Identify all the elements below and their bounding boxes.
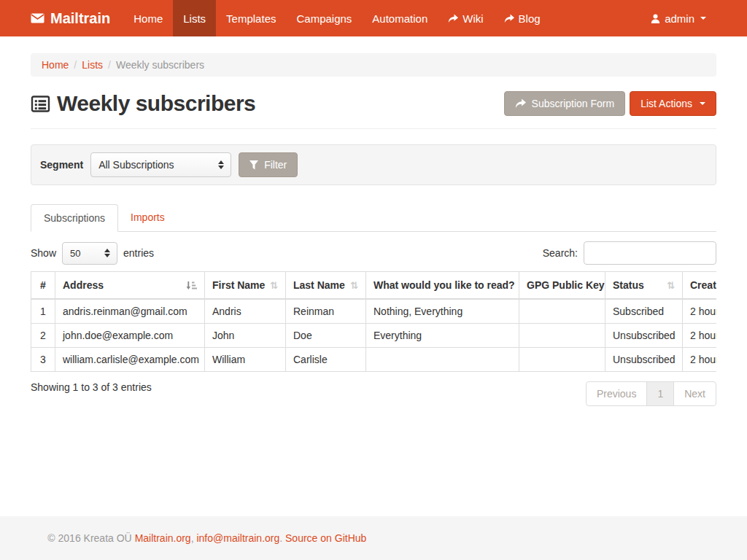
nav-item-home[interactable]: Home: [123, 0, 173, 36]
cell-address: william.carlisle@example.com: [55, 348, 205, 372]
cell-first-name: Andris: [205, 299, 286, 324]
col-header-first-name[interactable]: First Name ⇅: [205, 272, 286, 300]
filter-button[interactable]: Filter: [239, 152, 298, 177]
cell-gpg: [519, 299, 605, 324]
pagination-next[interactable]: Next: [673, 381, 716, 406]
page-title: Weekly subscribers: [31, 91, 255, 116]
cell-last-name: Carlisle: [286, 348, 366, 372]
breadcrumb-home[interactable]: Home: [42, 59, 69, 71]
cell-gpg: [519, 348, 605, 372]
segment-select[interactable]: All Subscriptions: [90, 152, 231, 177]
envelope-icon: [31, 13, 44, 23]
copyright-text: © 2016 Kreata OÜ: [47, 532, 134, 544]
cell-status: Unsubscribed: [605, 324, 683, 348]
nav-item-automation[interactable]: Automation: [362, 0, 438, 36]
breadcrumb-lists[interactable]: Lists: [82, 59, 103, 71]
sort-both-icon: ⇅: [270, 280, 278, 291]
cell-read-pref: [366, 348, 519, 372]
cell-status: Unsubscribed: [605, 348, 683, 372]
caret-down-icon: [700, 102, 705, 105]
brand-mailtrain[interactable]: Mailtrain: [31, 0, 123, 36]
subscribers-table: # Address: [31, 271, 716, 372]
nav-item-templates[interactable]: Templates: [216, 0, 286, 36]
cell-address: andris.reinman@gmail.com: [55, 299, 205, 324]
brand-label: Mailtrain: [50, 10, 110, 27]
share-icon: [504, 14, 514, 23]
col-header-index: #: [31, 272, 55, 300]
cell-status: Subscribed: [605, 299, 683, 324]
list-actions-button[interactable]: List Actions: [630, 91, 716, 116]
footer-link-source[interactable]: Source on GitHub: [285, 532, 366, 544]
subscription-form-button[interactable]: Subscription Form: [504, 91, 626, 116]
footer-link-site[interactable]: Mailtrain.org: [135, 532, 191, 544]
caret-down-icon: [700, 17, 706, 20]
footer-link-email[interactable]: info@mailtrain.org: [196, 532, 279, 544]
pagination-previous[interactable]: Previous: [586, 381, 647, 406]
cell-address: john.doe@example.com: [55, 324, 205, 348]
list-tabs: Subscriptions Imports: [31, 204, 716, 232]
table-row[interactable]: 3 william.carlisle@example.com William C…: [31, 348, 717, 372]
entries-label: entries: [123, 247, 154, 259]
header-divider: [31, 128, 716, 129]
col-header-address[interactable]: Address: [55, 272, 205, 300]
user-label: admin: [665, 12, 694, 25]
show-label: Show: [31, 247, 56, 259]
sort-both-icon: ⇅: [350, 280, 358, 291]
table-header-row: # Address: [31, 272, 717, 300]
col-header-created[interactable]: Created: [683, 272, 717, 300]
select-arrows-icon: [218, 160, 224, 169]
nav-item-lists[interactable]: Lists: [173, 0, 216, 36]
breadcrumb: Home / Lists / Weekly subscribers: [31, 53, 716, 77]
cell-last-name: Reinman: [286, 299, 366, 324]
share-icon: [515, 98, 526, 109]
cell-gpg: [519, 324, 605, 348]
sort-both-icon: ⇅: [667, 280, 675, 291]
funnel-icon: [249, 160, 258, 170]
col-header-status[interactable]: Status ⇅: [605, 272, 683, 300]
breadcrumb-current: Weekly subscribers: [116, 59, 204, 71]
col-header-last-name[interactable]: Last Name ⇅: [286, 272, 366, 300]
entries-summary: Showing 1 to 3 of 3 entries: [31, 381, 152, 393]
sort-asc-icon: [186, 281, 197, 290]
search-input[interactable]: [584, 241, 716, 265]
list-alt-icon: [31, 94, 50, 114]
col-header-custom-field[interactable]: What would you like to read?: [366, 272, 519, 300]
cell-read-pref: Nothing, Everything: [366, 299, 519, 324]
pagination-page-1[interactable]: 1: [646, 381, 674, 406]
segment-panel: Segment All Subscriptions Filter: [31, 144, 716, 185]
search-label: Search:: [543, 247, 578, 259]
cell-read-pref: Everything: [366, 324, 519, 348]
nav-item-campaigns[interactable]: Campaigns: [286, 0, 362, 36]
cell-last-name: Doe: [286, 324, 366, 348]
col-header-gpg-key[interactable]: GPG Public Key: [519, 272, 605, 300]
cell-created: 2 hours ago: [683, 299, 717, 324]
cell-created: 2 hours ago: [683, 348, 717, 372]
nav-item-wiki[interactable]: Wiki: [438, 0, 493, 36]
segment-label: Segment: [40, 159, 83, 171]
user-icon: [651, 14, 660, 23]
page-footer: © 2016 Kreata OÜ Mailtrain.org, info@mai…: [0, 516, 747, 560]
table-row[interactable]: 2 john.doe@example.com John Doe Everythi…: [31, 324, 717, 348]
cell-first-name: William: [205, 348, 286, 372]
select-arrows-icon: [104, 249, 110, 257]
cell-created: 2 hours ago: [683, 324, 717, 348]
page-length-select[interactable]: 50: [62, 242, 117, 265]
user-menu[interactable]: admin: [640, 0, 716, 36]
tab-imports[interactable]: Imports: [118, 204, 177, 232]
cell-first-name: John: [205, 324, 286, 348]
nav-item-blog[interactable]: Blog: [494, 0, 551, 36]
pagination: Previous 1 Next: [586, 381, 716, 406]
share-icon: [448, 14, 458, 23]
top-navbar: Mailtrain Home Lists Templates Campaigns…: [0, 0, 747, 36]
main-nav: Home Lists Templates Campaigns Automatio…: [123, 0, 550, 36]
tab-subscriptions[interactable]: Subscriptions: [31, 204, 118, 232]
subscribers-table-wrap: # Address: [31, 271, 716, 372]
table-row[interactable]: 1 andris.reinman@gmail.com Andris Reinma…: [31, 299, 717, 324]
